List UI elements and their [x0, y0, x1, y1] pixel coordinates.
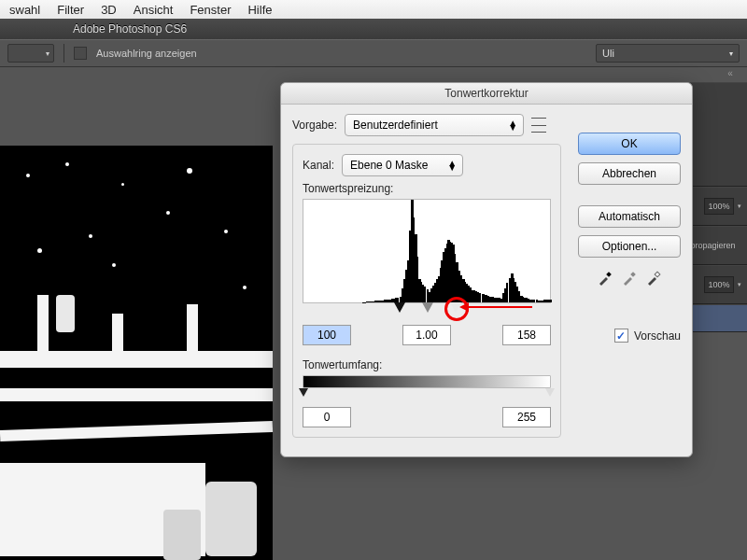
- histogram: [303, 199, 551, 303]
- preview-label: Vorschau: [634, 329, 681, 343]
- output-black-slider[interactable]: [299, 388, 308, 397]
- preset-value: Benutzerdefiniert: [353, 119, 438, 132]
- pixel: [89, 234, 92, 238]
- mac-menubar[interactable]: swahl Filter 3D Ansicht Fenster Hilfe: [0, 0, 747, 20]
- output-black-field[interactable]: 0: [303, 407, 351, 427]
- channel-label: Kanal:: [303, 159, 334, 172]
- image-shape: [187, 304, 198, 351]
- channel-combo[interactable]: Ebene 0 Maske ▲▼: [342, 154, 463, 176]
- pixel: [121, 183, 124, 186]
- menu-item[interactable]: Filter: [57, 3, 84, 17]
- menu-item[interactable]: swahl: [9, 3, 40, 17]
- input-levels-group: Kanal: Ebene 0 Maske ▲▼ Tonwertspreizung…: [292, 144, 561, 438]
- pixel: [65, 162, 69, 166]
- midtone-slider[interactable]: [422, 302, 433, 313]
- menu-item[interactable]: 3D: [101, 3, 117, 17]
- input-gamma-field[interactable]: 1.00: [402, 325, 451, 345]
- eyedropper-black-icon[interactable]: [598, 271, 613, 286]
- ok-button[interactable]: OK: [578, 133, 681, 155]
- preset-combo[interactable]: Benutzerdefiniert ▲▼: [345, 114, 524, 136]
- image-shape: [56, 295, 75, 332]
- image-shape: [37, 295, 49, 351]
- input-slider-track[interactable]: [303, 302, 551, 317]
- dialog-title: Tonwertkorrektur: [281, 83, 692, 105]
- menu-item[interactable]: Hilfe: [247, 3, 272, 17]
- preset-label: Vorgabe:: [292, 119, 337, 132]
- preset-menu-icon[interactable]: [531, 115, 546, 135]
- selection-ring-label: Auswahlring anzeigen: [96, 48, 197, 59]
- cancel-button[interactable]: Abbrechen: [578, 162, 681, 185]
- svg-rect-1: [630, 272, 636, 277]
- output-gradient: [303, 375, 551, 388]
- eyedropper-gray-icon[interactable]: [622, 271, 637, 286]
- svg-rect-2: [655, 272, 660, 277]
- pixel: [37, 248, 42, 253]
- chevron-updown-icon: ▲▼: [447, 161, 455, 170]
- workspace-value: Uli: [602, 48, 614, 59]
- levels-dialog: Tonwertkorrektur Vorgabe: Benutzerdefini…: [280, 82, 693, 457]
- image-shape: [0, 351, 273, 368]
- output-slider-track[interactable]: [303, 388, 551, 399]
- auto-button[interactable]: Automatisch: [578, 205, 681, 228]
- pixel: [112, 263, 116, 267]
- menu-item[interactable]: Ansicht: [134, 3, 174, 17]
- fill-value[interactable]: 100%: [704, 276, 734, 293]
- image-shape: [205, 482, 257, 556]
- image-shape: [112, 314, 123, 351]
- options-bar: ▾ Auswahlring anzeigen Uli ▾: [0, 39, 747, 67]
- eyedropper-white-icon[interactable]: [646, 271, 661, 286]
- output-white-slider[interactable]: [545, 388, 555, 397]
- selection-ring-checkbox[interactable]: [74, 47, 87, 60]
- app-title: Adobe Photoshop CS6: [73, 22, 187, 35]
- menu-item[interactable]: Fenster: [190, 3, 231, 17]
- channel-value: Ebene 0 Maske: [350, 159, 428, 172]
- svg-rect-0: [606, 272, 612, 277]
- output-levels-label: Tonwertumfang:: [303, 358, 551, 371]
- image-shape: [163, 510, 201, 560]
- pixel: [243, 286, 247, 289]
- workspace-combo[interactable]: Uli ▾: [596, 44, 740, 63]
- options-button[interactable]: Optionen...: [578, 235, 681, 258]
- input-black-field[interactable]: 100: [303, 325, 351, 345]
- highlight-arrow-annotation: [467, 306, 532, 308]
- output-white-field[interactable]: 255: [502, 407, 551, 427]
- image-shape: [0, 388, 273, 401]
- input-white-field[interactable]: 158: [502, 325, 551, 345]
- panel-collapse-icon[interactable]: «: [717, 68, 743, 81]
- pixel: [166, 211, 170, 215]
- pixel: [26, 174, 30, 177]
- image-shape: [0, 421, 273, 441]
- opacity-value[interactable]: 100%: [704, 198, 734, 215]
- input-levels-label: Tonwertspreizung:: [303, 182, 393, 195]
- divider: [63, 44, 64, 63]
- pixel: [224, 230, 228, 233]
- document-canvas[interactable]: [0, 146, 273, 560]
- chevron-updown-icon: ▲▼: [508, 120, 515, 130]
- app-titlebar: Adobe Photoshop CS6: [0, 19, 747, 39]
- tool-preset-combo[interactable]: ▾: [7, 44, 54, 63]
- preview-checkbox[interactable]: ✓: [614, 329, 628, 343]
- pixel: [187, 168, 192, 174]
- black-point-slider[interactable]: [394, 302, 405, 313]
